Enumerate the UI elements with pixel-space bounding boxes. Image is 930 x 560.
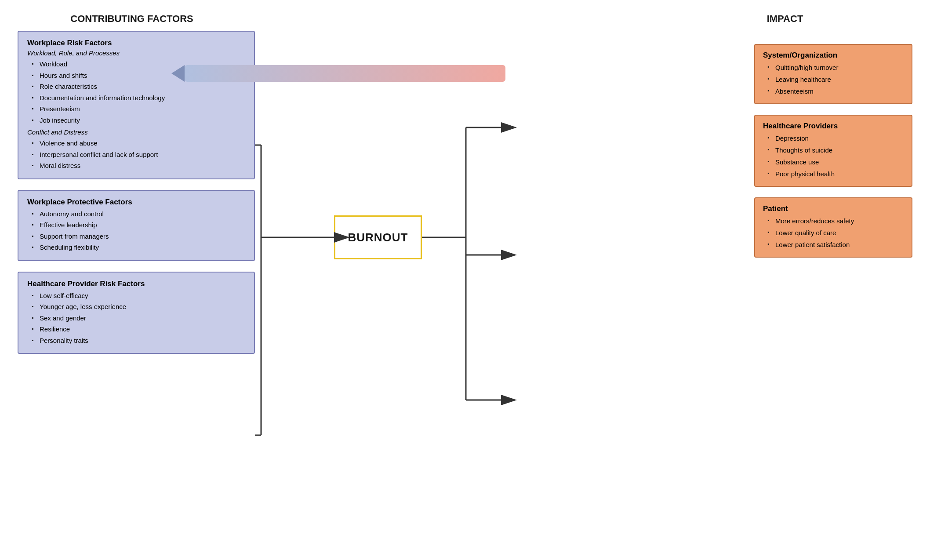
- list-item: Role characteristics: [32, 81, 245, 92]
- list-item: Leaving healthcare: [767, 73, 904, 85]
- healthcare-providers-list: Depression Thoughts of suicide Substance…: [763, 132, 904, 180]
- list-item: Substance use: [767, 156, 904, 168]
- workplace-risk-subtitle2: Conflict and Distress: [27, 128, 245, 136]
- workplace-protective-list: Autonomy and control Effective leadershi…: [27, 208, 245, 253]
- list-item: Moral distress: [32, 160, 245, 171]
- burnout-label: BURNOUT: [348, 231, 408, 244]
- list-item: Interpersonal conflict and lack of suppo…: [32, 149, 245, 160]
- workplace-risk-subtitle1: Workload, Role, and Processes: [27, 49, 245, 57]
- list-item: Thoughts of suicide: [767, 144, 904, 156]
- healthcare-provider-risk-box: Healthcare Provider Risk Factors Low sel…: [18, 272, 255, 354]
- healthcare-providers-title: Healthcare Providers: [763, 122, 904, 131]
- list-item: Lower patient satisfaction: [767, 239, 904, 251]
- list-item: Resilience: [32, 324, 245, 335]
- workplace-protective-title: Workplace Protective Factors: [27, 198, 245, 207]
- list-item: Effective leadership: [32, 219, 245, 231]
- list-item: Scheduling flexibility: [32, 242, 245, 253]
- list-item: Personality traits: [32, 335, 245, 346]
- list-item: Sex and gender: [32, 313, 245, 324]
- patient-title: Patient: [763, 204, 904, 213]
- healthcare-provider-risk-title: Healthcare Provider Risk Factors: [27, 280, 245, 288]
- list-item: More errors/reduces safety: [767, 215, 904, 227]
- system-organization-list: Quitting/high turnover Leaving healthcar…: [763, 62, 904, 97]
- list-item: Younger age, less experience: [32, 301, 245, 313]
- workplace-risk-title: Workplace Risk Factors: [27, 39, 245, 47]
- list-item: Job insecurity: [32, 115, 245, 126]
- burnout-box: BURNOUT: [334, 215, 422, 259]
- main-container: CONTRIBUTING FACTORS IMPACT Workplace Ri…: [0, 0, 930, 560]
- list-item: Poor physical health: [767, 168, 904, 180]
- contributing-title: CONTRIBUTING FACTORS: [18, 13, 246, 25]
- list-item: Documentation and information technology: [32, 92, 245, 104]
- patient-list: More errors/reduces safety Lower quality…: [763, 215, 904, 251]
- list-item: Support from managers: [32, 231, 245, 242]
- right-column: System/Organization Quitting/high turnov…: [754, 44, 912, 258]
- list-item: Lower quality of care: [767, 227, 904, 239]
- list-item: Autonomy and control: [32, 208, 245, 220]
- list-item: Violence and abuse: [32, 138, 245, 149]
- workplace-risk-list2: Violence and abuse Interpersonal conflic…: [27, 138, 245, 171]
- system-organization-title: System/Organization: [763, 51, 904, 60]
- workplace-protective-factors-box: Workplace Protective Factors Autonomy an…: [18, 190, 255, 261]
- healthcare-provider-risk-list: Low self-efficacy Younger age, less expe…: [27, 290, 245, 346]
- list-item: Low self-efficacy: [32, 290, 245, 302]
- left-column: Workplace Risk Factors Workload, Role, a…: [18, 31, 255, 354]
- system-organization-box: System/Organization Quitting/high turnov…: [754, 44, 912, 104]
- list-item: Quitting/high turnover: [767, 62, 904, 73]
- feedback-label: Positive feedback = Vicious circle: [185, 65, 304, 74]
- impact-title: IMPACT: [710, 13, 860, 25]
- list-item: Depression: [767, 132, 904, 144]
- healthcare-providers-box: Healthcare Providers Depression Thoughts…: [754, 115, 912, 187]
- patient-box: Patient More errors/reduces safety Lower…: [754, 197, 912, 258]
- workplace-risk-factors-box: Workplace Risk Factors Workload, Role, a…: [18, 31, 255, 179]
- list-item: Absenteeism: [767, 85, 904, 97]
- list-item: Presenteeism: [32, 103, 245, 115]
